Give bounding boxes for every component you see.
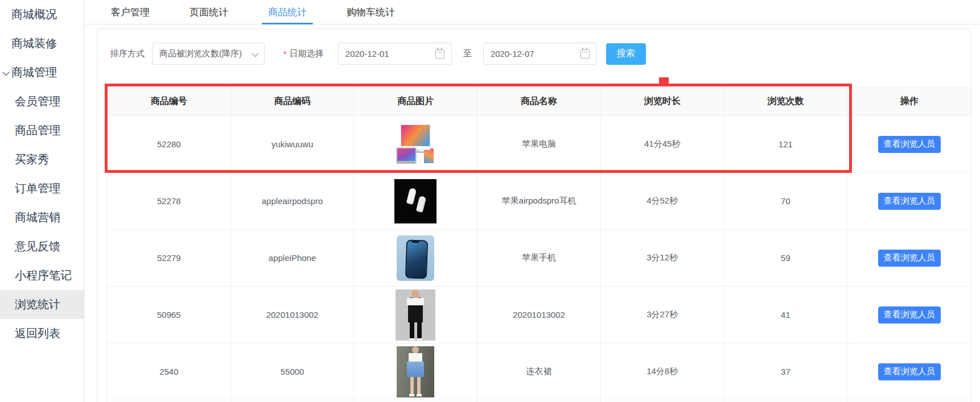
cell-product-id: 52280 xyxy=(108,116,231,173)
cell-product-code: 20201013002 xyxy=(231,287,355,343)
sidebar-item-label: 商品管理 xyxy=(15,123,60,138)
cell-product-name: 苹果airpodspro耳机 xyxy=(477,173,601,230)
cell-action: 查看浏览人员 xyxy=(847,230,971,287)
cell-view-count: 59 xyxy=(724,230,848,287)
cell-product-id: 50965 xyxy=(108,287,231,343)
sort-select[interactable]: 商品被浏览次数(降序) xyxy=(152,43,265,65)
calendar-icon xyxy=(580,49,590,59)
cell-product-name: 20201013002 xyxy=(477,287,601,343)
date-label: 日期选择 xyxy=(290,48,324,59)
sort-select-value: 商品被浏览次数(降序) xyxy=(159,48,242,59)
tab-客户管理[interactable]: 客户管理 xyxy=(109,0,151,24)
sidebar-item-label: 商城概况 xyxy=(11,7,57,22)
cell-product-id: 52278 xyxy=(108,173,231,230)
table-header-cell: 商品编号 xyxy=(108,88,231,116)
cell-product-code: appleairpodspro xyxy=(231,173,355,230)
sidebar-item-订单管理[interactable]: 订单管理 xyxy=(0,174,84,203)
product-image-black-overalls xyxy=(396,289,435,341)
date-separator: 至 xyxy=(463,48,472,59)
table-row: 52278 appleairpodspro 苹果airpodspro耳机 4分5… xyxy=(108,173,971,230)
tab-商品统计[interactable]: 商品统计 xyxy=(266,0,308,24)
cell-product-image xyxy=(354,173,477,230)
sidebar-item-label: 订单管理 xyxy=(15,181,60,196)
sidebar-item-小程序笔记[interactable]: 小程序笔记 xyxy=(0,261,84,290)
sidebar-item-label: 商城管理 xyxy=(11,65,57,80)
search-button[interactable]: 搜索 xyxy=(606,43,646,65)
chevron-down-icon xyxy=(252,50,258,56)
sidebar-item-商城管理[interactable]: 商城管理 xyxy=(0,58,84,87)
cell-product-id: 2540 xyxy=(108,343,231,400)
sidebar-item-会员管理[interactable]: 会员管理 xyxy=(0,87,84,116)
cell-product-code: 55000 xyxy=(231,343,355,400)
sidebar-item-浏览统计[interactable]: 浏览统计 xyxy=(0,290,84,319)
date-end-input[interactable]: 2020-12-07 xyxy=(483,43,597,65)
cell-view-duration: 3分12秒 xyxy=(601,230,724,287)
sidebar-item-商城营销[interactable]: 商城营销 xyxy=(0,203,84,232)
view-visitors-button[interactable]: 查看浏览人员 xyxy=(878,250,941,267)
sidebar-item-label: 意见反馈 xyxy=(15,239,60,254)
tab-bar: 客户管理 页面统计 商品统计 购物车统计 xyxy=(84,0,980,24)
required-asterisk: * xyxy=(283,49,287,59)
cell-product-image xyxy=(354,343,477,400)
tab-购物车统计[interactable]: 购物车统计 xyxy=(345,0,397,24)
tab-label: 客户管理 xyxy=(111,6,150,19)
table-header-cell: 商品编码 xyxy=(231,88,355,116)
sidebar-item-商城装修[interactable]: 商城装修 xyxy=(0,29,84,58)
view-visitors-button[interactable]: 查看浏览人员 xyxy=(878,136,941,153)
cell-view-duration: 4分52秒 xyxy=(601,173,724,230)
chevron-down-icon xyxy=(3,70,9,75)
calendar-icon xyxy=(435,49,444,59)
statistics-panel: 排序方式 商品被浏览次数(降序) * 日期选择 2020-12-01 至 202… xyxy=(97,28,971,402)
table-header-row: 商品编号商品编码商品图片商品名称浏览时长浏览次数操作 xyxy=(108,88,971,116)
sidebar-item-label: 浏览统计 xyxy=(15,297,60,312)
sidebar-item-返回列表[interactable]: 返回列表 xyxy=(0,319,84,348)
cell-product-code: yukiwuuwu xyxy=(231,116,355,173)
table-row: 52280 yukiwuuwu 苹果电脑 41分45秒 121 查看浏览人员 xyxy=(108,116,971,173)
sidebar-item-label: 返回列表 xyxy=(15,326,60,341)
cell-view-count: 121 xyxy=(724,116,848,173)
table-row: 50965 20201013002 20201013002 3分27秒 41 查… xyxy=(108,287,971,343)
cell-product-image xyxy=(354,116,477,173)
tab-label: 购物车统计 xyxy=(347,6,395,19)
sidebar-item-买家秀[interactable]: 买家秀 xyxy=(0,145,84,174)
tab-label: 商品统计 xyxy=(268,6,307,19)
table-header-cell: 操作 xyxy=(847,88,971,116)
product-image-iphone-blue xyxy=(397,235,434,281)
table-row: 2540 55000 连衣裙 14分8秒 37 查看浏览人员 xyxy=(108,343,971,400)
sidebar-item-label: 买家秀 xyxy=(15,152,49,167)
date-start-value: 2020-12-01 xyxy=(345,49,389,59)
sidebar-item-label: 会员管理 xyxy=(15,94,60,109)
sidebar-item-商品管理[interactable]: 商品管理 xyxy=(0,116,84,145)
tab-label: 页面统计 xyxy=(190,6,228,19)
cell-product-image xyxy=(354,287,477,343)
table-header-cell: 商品名称 xyxy=(477,88,601,116)
view-visitors-button[interactable]: 查看浏览人员 xyxy=(878,363,941,380)
filter-row: 排序方式 商品被浏览次数(降序) * 日期选择 2020-12-01 至 202… xyxy=(110,43,646,65)
product-image-mac-computers xyxy=(393,122,438,167)
product-stats-table: 商品编号商品编码商品图片商品名称浏览时长浏览次数操作 52280 yukiwuu… xyxy=(107,87,971,402)
table-header-cell: 浏览时长 xyxy=(601,88,724,116)
date-start-input[interactable]: 2020-12-01 xyxy=(338,43,452,65)
sort-label: 排序方式 xyxy=(110,48,145,59)
view-visitors-button[interactable]: 查看浏览人员 xyxy=(878,306,941,324)
view-visitors-button[interactable]: 查看浏览人员 xyxy=(878,193,941,210)
cell-product-image xyxy=(354,230,477,287)
sidebar-item-商城概况[interactable]: 商城概况 xyxy=(0,0,84,29)
cell-view-count: 70 xyxy=(724,173,848,230)
cell-product-id: 52279 xyxy=(108,230,231,287)
cell-view-duration: 14分8秒 xyxy=(601,343,724,400)
sidebar-item-label: 商城装修 xyxy=(11,36,57,51)
tab-页面统计[interactable]: 页面统计 xyxy=(188,0,230,24)
cell-view-duration: 41分45秒 xyxy=(601,116,724,173)
cell-product-code: appleiPhone xyxy=(231,230,355,287)
cell-product-name: 苹果手机 xyxy=(477,230,601,287)
cell-product-name: 连衣裙 xyxy=(477,343,601,400)
table-header-cell: 浏览次数 xyxy=(724,88,848,116)
product-image-denim-skirt xyxy=(397,346,434,397)
sidebar-item-意见反馈[interactable]: 意见反馈 xyxy=(0,232,84,261)
cell-action: 查看浏览人员 xyxy=(847,173,971,230)
mall-admin-page: 商城概况 商城装修 商城管理 会员管理 商品管理 买家秀 订单管理 商城营销 意… xyxy=(0,0,980,402)
cell-action: 查看浏览人员 xyxy=(847,287,971,343)
cell-view-duration: 3分27秒 xyxy=(601,287,724,343)
main-content: 客户管理 页面统计 商品统计 购物车统计 排序方式 商品被浏览次数(降序) * … xyxy=(84,0,980,402)
